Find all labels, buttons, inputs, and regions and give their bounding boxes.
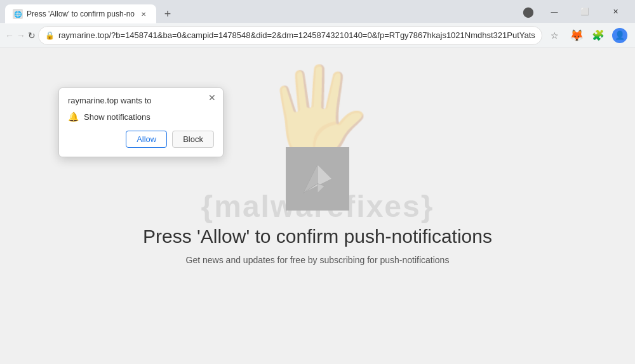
toolbar-icons: ☆ 🦊 🧩 👤 ⋮	[545, 25, 635, 46]
forward-button[interactable]: →	[17, 25, 25, 46]
tab-title: Press 'Allow' to confirm push-no	[27, 10, 135, 18]
notification-popup: raymarine.top wants to ✕ 🔔 Show notifica…	[58, 88, 224, 157]
extensions-button[interactable]: 🧩	[588, 25, 608, 46]
record-icon: ⬤	[518, 1, 538, 22]
main-heading: Press 'Allow' to confirm push-notificati…	[143, 226, 492, 247]
title-bar: 🌐 Press 'Allow' to confirm push-no ✕ + ⬤…	[0, 0, 635, 23]
window-controls: ⬤ — ⬜ ✕	[518, 1, 630, 22]
bell-icon: 🔔	[68, 112, 79, 122]
favicon-icon: 🌐	[14, 11, 22, 18]
profile-button[interactable]: 👤	[610, 25, 630, 46]
close-button[interactable]: ✕	[601, 1, 630, 22]
sub-heading: Get news and updates for free by subscri…	[186, 255, 450, 265]
browser-window: 🌐 Press 'Allow' to confirm push-no ✕ + ⬤…	[0, 0, 635, 364]
popup-close-button[interactable]: ✕	[206, 92, 218, 103]
popup-title: raymarine.top wants to	[68, 96, 204, 105]
address-bar[interactable]: 🔒 raymarine.top/?b=1458741&ba=0&campid=1…	[38, 26, 542, 45]
profile-avatar: 👤	[612, 28, 627, 43]
bookmark-star-button[interactable]: ☆	[545, 25, 565, 46]
active-tab[interactable]: 🌐 Press 'Allow' to confirm push-no ✕	[5, 4, 156, 23]
new-tab-button[interactable]: +	[159, 5, 177, 23]
menu-button[interactable]: ⋮	[631, 25, 635, 46]
paper-plane-icon	[298, 160, 337, 198]
popup-permission-row: 🔔 Show notifications	[68, 112, 214, 122]
page-content: 🖐 {malwarefixes} raymarine.top wants to …	[0, 48, 635, 364]
minimize-button[interactable]: —	[540, 1, 569, 22]
tab-favicon: 🌐	[13, 9, 23, 19]
allow-button[interactable]: Allow	[126, 131, 167, 148]
tab-bar: 🌐 Press 'Allow' to confirm push-no ✕ +	[5, 0, 516, 23]
url-text: raymarine.top/?b=1458741&ba=0&campid=147…	[58, 30, 535, 40]
fox-icon-button[interactable]: 🦊	[566, 25, 587, 46]
toolbar: ← → ↻ 🔒 raymarine.top/?b=1458741&ba=0&ca…	[0, 23, 635, 48]
tab-close-button[interactable]: ✕	[138, 9, 149, 19]
popup-actions: Allow Block	[68, 131, 214, 148]
lock-icon: 🔒	[45, 31, 55, 40]
paper-plane-container	[286, 147, 349, 211]
svg-marker-2	[318, 184, 324, 193]
reload-button[interactable]: ↻	[28, 25, 36, 46]
permission-text: Show notifications	[84, 112, 150, 122]
back-button[interactable]: ←	[5, 25, 14, 46]
block-button[interactable]: Block	[172, 131, 214, 148]
maximize-button[interactable]: ⬜	[570, 1, 599, 22]
